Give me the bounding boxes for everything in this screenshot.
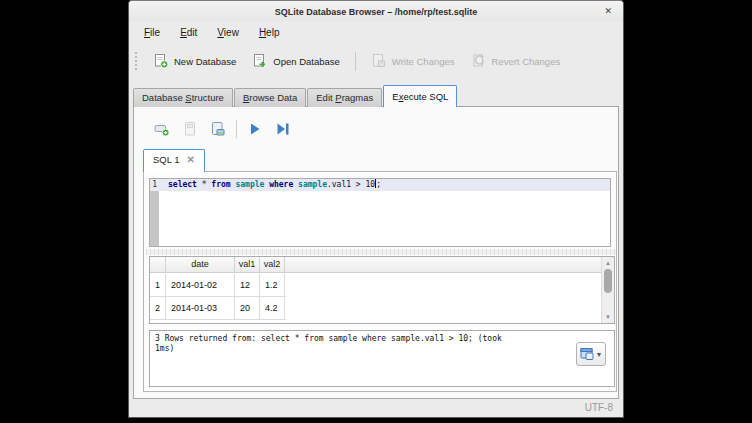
sql-tab-close-icon[interactable]: ✕: [187, 154, 195, 165]
results-table: date val1 val2 1 2014-01-02 12 1.2 2 201…: [149, 256, 615, 324]
save-sql-file-icon: [210, 121, 226, 137]
app-window: SQLite Database Browser – /home/rp/test.…: [128, 0, 624, 418]
new-sql-tab-button[interactable]: [148, 119, 176, 139]
menu-view[interactable]: View: [212, 25, 244, 43]
sql-tab-1[interactable]: SQL 1 ✕: [143, 149, 205, 172]
results-header-filler: [285, 257, 601, 272]
write-changes-label: Write Changes: [392, 56, 455, 67]
new-sql-tab-icon: [154, 121, 170, 137]
tab-edit-pragmas[interactable]: Edit Pragmas: [307, 88, 382, 107]
sql-plain-text: ;: [376, 180, 381, 189]
sql-keyword: from: [211, 180, 230, 189]
line-number: 1: [150, 179, 159, 191]
new-database-icon: [153, 53, 169, 69]
sql-tab-content: 1 select * from sample where sample.val1…: [143, 171, 617, 392]
statusbar: UTF-8: [129, 400, 623, 417]
sql-table-name: sample: [293, 180, 327, 189]
table-row[interactable]: 2 2014-01-03 20 4.2: [150, 297, 286, 320]
row-number-cell: 2: [150, 297, 166, 319]
open-database-label: Open Database: [273, 56, 340, 67]
save-results-button[interactable]: ▼: [576, 342, 606, 366]
save-sql-file-button[interactable]: [204, 119, 232, 139]
row-number-cell: 1: [150, 274, 166, 296]
table-row[interactable]: 1 2014-01-02 12 1.2: [150, 274, 286, 297]
sql-plain-text: .val1 > 10: [327, 180, 375, 189]
tab-database-structure[interactable]: Database Structure: [133, 88, 233, 107]
menubar: File Edit View Help: [139, 25, 284, 43]
date-cell[interactable]: 2014-01-02: [166, 274, 235, 296]
open-database-icon: [252, 53, 268, 69]
window-close-button[interactable]: ✕: [604, 1, 612, 21]
revert-changes-icon: [471, 53, 487, 69]
val1-cell[interactable]: 12: [235, 274, 260, 296]
tab-browse-data[interactable]: Browse Data: [234, 88, 306, 107]
date-cell[interactable]: 2014-01-03: [166, 297, 235, 319]
splitter-handle[interactable]: [146, 249, 616, 255]
execute-current-line-icon: [275, 121, 291, 137]
scrollbar-down-icon[interactable]: ▼: [602, 312, 614, 322]
sql-editor-tabbar: SQL 1 ✕: [143, 149, 205, 172]
menu-help[interactable]: Help: [254, 25, 285, 43]
menu-file[interactable]: File: [139, 25, 165, 43]
tab-execute-sql[interactable]: Execute SQL: [383, 85, 457, 107]
val2-cell[interactable]: 1.2: [260, 274, 285, 296]
encoding-indicator: UTF-8: [585, 402, 613, 413]
revert-changes-label: Revert Changes: [492, 56, 561, 67]
scrollbar-up-icon[interactable]: ▲: [602, 258, 614, 268]
val1-cell[interactable]: 20: [235, 297, 260, 319]
results-scrollbar[interactable]: ▲ ▼: [601, 257, 614, 323]
execution-log-message: 3 Rows returned from: select * from samp…: [155, 334, 511, 354]
sql-toolbar-separator: [236, 120, 237, 138]
sql-tab-label: SQL 1: [153, 154, 180, 165]
results-header-val2[interactable]: val2: [260, 257, 285, 272]
open-sql-file-button[interactable]: [176, 119, 204, 139]
sql-code-line: select * from sample where sample.val1 >…: [168, 179, 381, 191]
sql-keyword: where: [269, 180, 293, 189]
results-header-rownum[interactable]: [150, 257, 166, 272]
new-database-label: New Database: [174, 56, 236, 67]
new-database-button[interactable]: New Database: [145, 50, 244, 72]
results-header-date[interactable]: date: [166, 257, 235, 272]
results-header-row: date val1 val2: [150, 257, 601, 273]
save-results-icon: [580, 347, 595, 361]
execute-current-line-button[interactable]: [269, 119, 297, 139]
val2-cell[interactable]: 4.2: [260, 297, 285, 319]
sql-editor[interactable]: 1 select * from sample where sample.val1…: [149, 178, 611, 247]
write-changes-button[interactable]: Write Changes: [363, 50, 463, 72]
open-sql-file-icon: [182, 121, 198, 137]
sql-toolbar: [148, 118, 297, 140]
chevron-down-icon: ▼: [596, 351, 603, 358]
main-toolbar: New Database Open Database Write Changes: [133, 47, 619, 75]
execute-sql-icon: [247, 121, 263, 137]
sql-table-name: sample: [231, 180, 270, 189]
window-title: SQLite Database Browser – /home/rp/test.…: [275, 7, 478, 17]
menu-edit[interactable]: Edit: [175, 25, 202, 43]
main-tabbar: Database Structure Browse Data Edit Prag…: [133, 85, 458, 107]
sql-keyword: select: [168, 180, 197, 189]
toolbar-drag-handle[interactable]: [135, 52, 139, 70]
titlebar[interactable]: SQLite Database Browser – /home/rp/test.…: [129, 1, 623, 21]
execute-sql-panel: SQL 1 ✕ 1 select * from sample where sam…: [133, 106, 619, 399]
write-changes-icon: [371, 53, 387, 69]
open-database-button[interactable]: Open Database: [244, 50, 348, 72]
scrollbar-thumb[interactable]: [604, 269, 612, 293]
revert-changes-button[interactable]: Revert Changes: [463, 50, 569, 72]
toolbar-separator: [355, 52, 356, 71]
execution-log[interactable]: 3 Rows returned from: select * from samp…: [149, 330, 615, 387]
sql-star: *: [197, 180, 211, 189]
results-header-val1[interactable]: val1: [235, 257, 260, 272]
execute-sql-button[interactable]: [241, 119, 269, 139]
